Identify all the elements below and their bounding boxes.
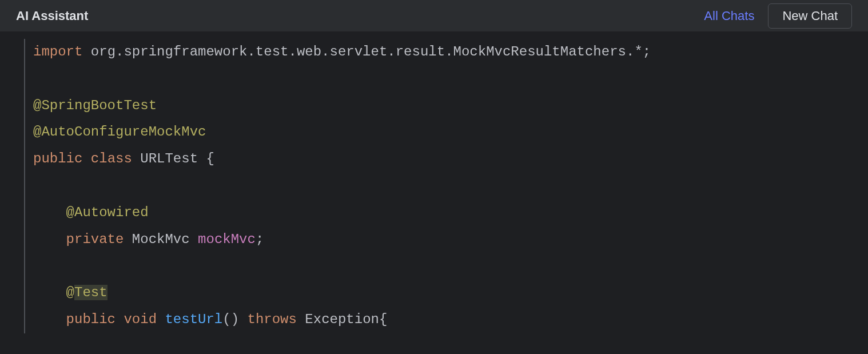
code-token bbox=[33, 285, 66, 300]
code-token bbox=[297, 312, 305, 327]
code-token: org.springframework.test.web.servlet.res… bbox=[82, 44, 651, 59]
code-token: @Autowired bbox=[66, 205, 149, 220]
code-token: ; bbox=[256, 232, 264, 247]
all-chats-link[interactable]: All Chats bbox=[704, 9, 754, 23]
code-token: { bbox=[379, 312, 387, 327]
code-token: testUrl bbox=[165, 312, 222, 327]
code-token: public bbox=[33, 151, 82, 166]
app-title: AI Assistant bbox=[16, 9, 88, 23]
code-token: Exception bbox=[305, 312, 379, 327]
code-line: @AutoConfigureMockMvc bbox=[33, 119, 868, 146]
code-line: public void testUrl() throws Exception{ bbox=[33, 307, 868, 333]
code-line: @SpringBootTest bbox=[33, 93, 868, 120]
code-line: private MockMvc mockMvc; bbox=[33, 226, 868, 253]
code-token: import bbox=[33, 44, 82, 59]
code-token: private bbox=[66, 232, 124, 247]
header-bar: AI Assistant All Chats New Chat bbox=[0, 0, 868, 32]
code-line bbox=[33, 173, 868, 200]
code-token: class bbox=[91, 151, 132, 166]
code-line: public class URLTest { bbox=[33, 146, 868, 173]
new-chat-button[interactable]: New Chat bbox=[768, 3, 852, 29]
code-token: () bbox=[222, 312, 239, 327]
code-line bbox=[33, 253, 868, 280]
code-token bbox=[33, 205, 66, 220]
code-token: public bbox=[66, 312, 116, 327]
code-line bbox=[33, 66, 868, 93]
code-token: throws bbox=[248, 312, 297, 327]
code-token: void bbox=[124, 312, 157, 327]
code-token bbox=[190, 232, 198, 247]
code-token bbox=[239, 312, 247, 327]
code-line: @Autowired bbox=[33, 200, 868, 226]
code-token bbox=[157, 312, 165, 327]
code-token: { bbox=[198, 151, 214, 166]
code-token bbox=[33, 232, 66, 247]
code-block[interactable]: import org.springframework.test.web.serv… bbox=[24, 39, 868, 333]
code-token bbox=[116, 312, 124, 327]
code-token: Test bbox=[74, 285, 107, 300]
code-line: @Test bbox=[33, 280, 868, 307]
code-line: import org.springframework.test.web.serv… bbox=[33, 39, 868, 66]
code-token bbox=[124, 232, 132, 247]
code-token: mockMvc bbox=[198, 232, 256, 247]
code-token: @AutoConfigureMockMvc bbox=[33, 124, 206, 140]
code-token: URLTest bbox=[140, 151, 198, 166]
content-area: import org.springframework.test.web.serv… bbox=[0, 32, 868, 354]
code-token bbox=[82, 151, 90, 166]
code-token bbox=[33, 312, 66, 327]
header-actions: All Chats New Chat bbox=[704, 3, 852, 29]
code-token bbox=[132, 151, 140, 166]
code-token: @SpringBootTest bbox=[33, 98, 157, 113]
code-token: MockMvc bbox=[132, 232, 190, 247]
code-token: @ bbox=[66, 285, 74, 300]
